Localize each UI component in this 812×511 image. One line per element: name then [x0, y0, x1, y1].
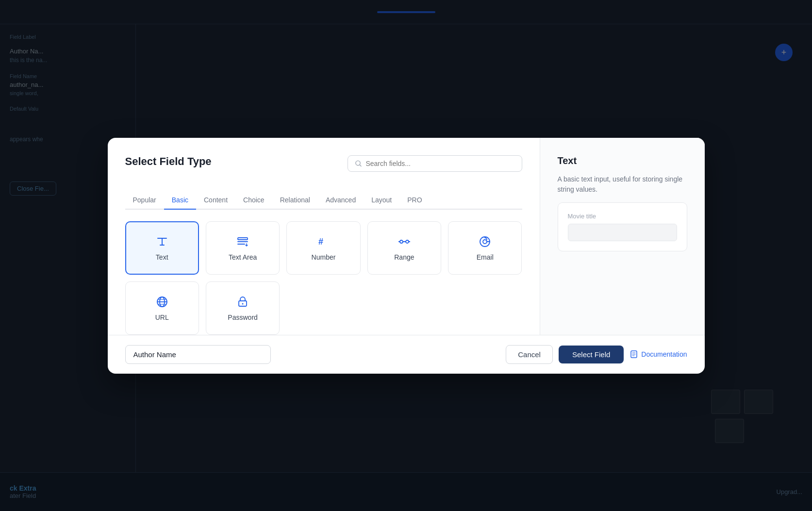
- svg-text:#: #: [318, 237, 323, 247]
- email-field-label: Email: [477, 253, 494, 261]
- search-bar[interactable]: [348, 155, 522, 172]
- preview-field-label: Movie title: [568, 213, 677, 220]
- url-field-icon: [155, 295, 169, 309]
- number-field-label: Number: [312, 253, 336, 261]
- modal-title: Select Field Type: [125, 155, 212, 168]
- range-field-icon: [398, 235, 411, 248]
- field-card-textarea[interactable]: Text Area: [206, 221, 280, 275]
- tab-pro[interactable]: PRO: [399, 191, 430, 210]
- field-card-range[interactable]: Range: [367, 221, 441, 275]
- field-card-email[interactable]: Email: [448, 221, 522, 275]
- docs-icon: [630, 350, 638, 359]
- modal-footer: Cancel Select Field Documentation: [108, 335, 705, 374]
- range-field-label: Range: [394, 253, 414, 261]
- svg-point-4: [406, 240, 409, 243]
- cancel-button[interactable]: Cancel: [506, 345, 553, 364]
- text-field-label: Text: [156, 253, 168, 261]
- field-type-tabs: Popular Basic Content Choice Relational …: [125, 191, 522, 210]
- svg-point-9: [483, 240, 487, 244]
- field-type-grid: Text Text Area: [125, 221, 522, 335]
- field-card-text[interactable]: Text: [125, 221, 199, 275]
- field-card-password[interactable]: Password: [206, 281, 280, 335]
- svg-rect-1: [238, 238, 248, 240]
- tab-popular[interactable]: Popular: [125, 191, 164, 210]
- preview-box: Movie title: [558, 202, 687, 251]
- password-field-icon: [236, 295, 249, 309]
- tab-relational[interactable]: Relational: [272, 191, 318, 210]
- textarea-field-icon: [236, 235, 249, 248]
- email-field-icon: [478, 235, 492, 248]
- search-icon: [355, 160, 362, 167]
- number-field-icon: #: [316, 235, 330, 248]
- field-card-url[interactable]: URL: [125, 281, 199, 335]
- tab-choice[interactable]: Choice: [235, 191, 272, 210]
- select-field-type-modal: Select Field Type Popular Basic Content …: [108, 138, 705, 374]
- svg-point-16: [242, 303, 244, 304]
- search-input[interactable]: [365, 160, 514, 167]
- tab-basic[interactable]: Basic: [164, 191, 196, 210]
- svg-point-3: [400, 240, 403, 243]
- documentation-link[interactable]: Documentation: [630, 350, 687, 359]
- field-name-input[interactable]: [125, 345, 271, 364]
- preview-input-mock: [568, 224, 677, 241]
- textarea-field-label: Text Area: [229, 253, 257, 261]
- text-field-icon: [155, 235, 169, 248]
- select-field-button[interactable]: Select Field: [559, 346, 624, 363]
- tab-content[interactable]: Content: [196, 191, 235, 210]
- preview-title: Text: [558, 155, 687, 166]
- url-field-label: URL: [155, 313, 169, 321]
- tab-advanced[interactable]: Advanced: [318, 191, 364, 210]
- field-preview-panel: Text A basic text input, useful for stor…: [540, 138, 705, 335]
- field-card-number[interactable]: # Number: [286, 221, 360, 275]
- docs-label: Documentation: [641, 350, 687, 358]
- tab-layout[interactable]: Layout: [364, 191, 399, 210]
- modal-overlay: Select Field Type Popular Basic Content …: [0, 0, 812, 511]
- preview-description: A basic text input, useful for storing s…: [558, 174, 687, 195]
- password-field-label: Password: [228, 313, 257, 321]
